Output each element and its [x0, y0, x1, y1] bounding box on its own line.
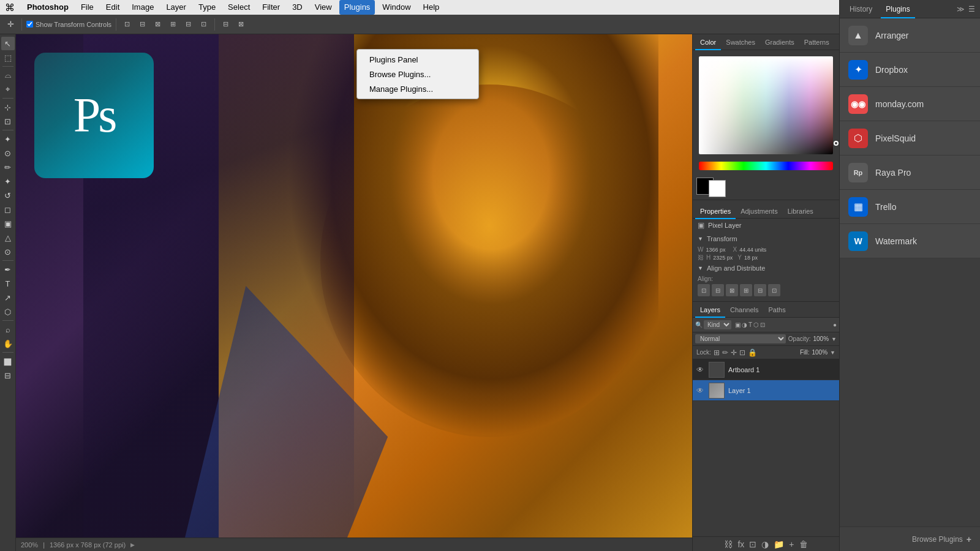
tool-crop[interactable]: ⊹ — [1, 100, 15, 114]
tab-history[interactable]: History — [845, 0, 877, 18]
layer-artboard1[interactable]: 👁 Artboard 1 — [693, 359, 839, 380]
tool-frame[interactable]: ⊡ — [1, 114, 15, 128]
menu-edit[interactable]: Edit — [101, 0, 124, 15]
tool-pen[interactable]: ✒ — [1, 263, 15, 276]
fill-arrow[interactable]: ▼ — [830, 350, 835, 356]
tool-eraser[interactable]: ◻ — [1, 203, 15, 216]
blend-mode-select[interactable]: Normal — [695, 334, 786, 343]
menu-help[interactable]: Help — [418, 0, 445, 15]
plugin-trello[interactable]: ▦ Trello — [840, 190, 980, 224]
tool-path-select[interactable]: ↗ — [1, 291, 15, 304]
filter-type[interactable]: T — [748, 321, 752, 328]
menu-view[interactable]: View — [310, 0, 337, 15]
tool-select[interactable]: ↖ — [1, 37, 15, 50]
tab-layers[interactable]: Layers — [695, 302, 725, 318]
dropdown-plugins-panel[interactable]: Plugins Panel — [357, 52, 478, 67]
plugin-monday[interactable]: ◉◉ monday.com — [840, 87, 980, 121]
align-bottom[interactable]: ⊡ — [197, 19, 210, 29]
tab-gradients[interactable]: Gradients — [760, 34, 799, 50]
tool-hand[interactable]: ✋ — [1, 337, 15, 350]
tool-history-brush[interactable]: ↺ — [1, 189, 15, 202]
menu-image[interactable]: Image — [127, 0, 159, 15]
align-right[interactable]: ⊠ — [151, 19, 164, 29]
tool-magic[interactable]: ⌖ — [1, 83, 15, 96]
plugin-arranger[interactable]: ▲ Arranger — [840, 18, 980, 53]
tool-lasso[interactable]: ⌓ — [1, 69, 15, 82]
distribute-v[interactable]: ⊠ — [235, 19, 247, 29]
tab-color[interactable]: Color — [695, 34, 721, 50]
align-center-v[interactable]: ⊟ — [182, 19, 195, 29]
tool-stamp[interactable]: ✦ — [1, 174, 15, 188]
align-center-h[interactable]: ⊟ — [136, 19, 149, 29]
align-right-btn[interactable]: ⊠ — [726, 284, 738, 296]
menu-3d[interactable]: 3D — [287, 0, 307, 15]
tab-channels[interactable]: Channels — [725, 302, 763, 318]
lock-artboard[interactable]: ⊡ — [739, 348, 745, 357]
plugin-watermark[interactable]: W Watermark — [840, 224, 980, 258]
filter-adjust[interactable]: ◑ — [742, 321, 747, 328]
align-top[interactable]: ⊞ — [167, 19, 179, 29]
link-layers-btn[interactable]: ⛓ — [724, 539, 733, 549]
layer1-visibility[interactable]: 👁 — [696, 386, 705, 395]
transform-controls-checkbox[interactable] — [26, 21, 33, 28]
tab-swatches[interactable]: Swatches — [721, 34, 760, 50]
add-group-btn[interactable]: 📁 — [774, 539, 784, 549]
lock-position[interactable]: ✛ — [731, 348, 737, 357]
add-layer-btn[interactable]: + — [789, 539, 794, 549]
align-left[interactable]: ⊡ — [121, 19, 134, 29]
align-center-btn[interactable]: ⊟ — [712, 284, 724, 296]
add-adjust-btn[interactable]: ◑ — [761, 539, 769, 549]
tool-artboard[interactable]: ⬚ — [1, 51, 15, 64]
menu-plugins[interactable]: Plugins — [339, 0, 375, 15]
tool-mode[interactable]: ⊟ — [1, 369, 15, 382]
tool-blur[interactable]: △ — [1, 231, 15, 244]
tool-type[interactable]: T — [1, 277, 15, 290]
opacity-value[interactable]: 100% — [813, 335, 829, 342]
tab-plugins[interactable]: Plugins — [881, 0, 914, 18]
filter-shape[interactable]: ⬡ — [753, 321, 759, 328]
menu-select[interactable]: Select — [223, 0, 255, 15]
transform-header[interactable]: ▼ Transform — [693, 232, 839, 246]
canvas-arrow[interactable]: ▶ — [130, 542, 135, 548]
plugin-rayapro[interactable]: Rp Raya Pro — [840, 156, 980, 190]
align-left-btn[interactable]: ⊡ — [698, 284, 710, 296]
filter-type-select[interactable]: Kind — [704, 320, 731, 329]
transform-controls-check[interactable]: Show Transform Controls — [26, 21, 111, 28]
tab-libraries[interactable]: Libraries — [783, 203, 818, 219]
filter-pixel[interactable]: ▣ — [735, 321, 741, 328]
tab-properties[interactable]: Properties — [695, 203, 736, 219]
plugin-dropbox[interactable]: ✦ Dropbox — [840, 53, 980, 87]
tab-paths[interactable]: Paths — [764, 302, 791, 318]
menu-photoshop[interactable]: Photoshop — [22, 0, 74, 15]
distribute-h[interactable]: ⊟ — [219, 19, 232, 29]
dropdown-manage-plugins[interactable]: Manage Plugins... — [357, 81, 478, 96]
align-vcenter-btn[interactable]: ⊟ — [754, 284, 766, 296]
tool-foreground[interactable]: ◼ — [1, 354, 15, 368]
delete-layer-btn[interactable]: 🗑 — [799, 539, 808, 549]
tool-brush[interactable]: ✏ — [1, 160, 15, 174]
apple-menu[interactable]: ⌘ — [5, 2, 15, 13]
layer-layer1[interactable]: 👁 Layer 1 — [693, 380, 839, 401]
add-mask-btn[interactable]: ⊡ — [749, 539, 756, 549]
color-spectrum[interactable] — [699, 56, 833, 154]
tool-zoom[interactable]: ⌕ — [1, 323, 15, 336]
menu-layer[interactable]: Layer — [161, 0, 191, 15]
plugin-pixelsquid[interactable]: ⬡ PixelSquid — [840, 121, 980, 156]
menu-window[interactable]: Window — [377, 0, 415, 15]
layer-artboard-visibility[interactable]: 👁 — [696, 365, 705, 374]
lock-image[interactable]: ✏ — [722, 348, 728, 357]
toolbar-move[interactable]: ✛ — [4, 18, 17, 31]
fill-value[interactable]: 100% — [812, 349, 828, 356]
align-bottom-btn[interactable]: ⊡ — [768, 284, 780, 296]
tab-patterns[interactable]: Patterns — [799, 34, 834, 50]
add-style-btn[interactable]: fx — [737, 539, 744, 549]
lock-transparent[interactable]: ⊞ — [714, 348, 720, 357]
dropdown-browse-plugins[interactable]: Browse Plugins... — [357, 67, 478, 81]
tab-adjustments[interactable]: Adjustments — [736, 203, 783, 219]
align-header[interactable]: ▼ Align and Distribute — [693, 261, 839, 275]
panel-menu-icon[interactable]: ☰ — [968, 5, 975, 13]
browse-plugins-row[interactable]: Browse Plugins + — [840, 527, 980, 551]
tool-eyedropper[interactable]: ✦ — [1, 132, 15, 146]
tool-shape[interactable]: ⬡ — [1, 305, 15, 318]
tool-gradient[interactable]: ▣ — [1, 217, 15, 230]
